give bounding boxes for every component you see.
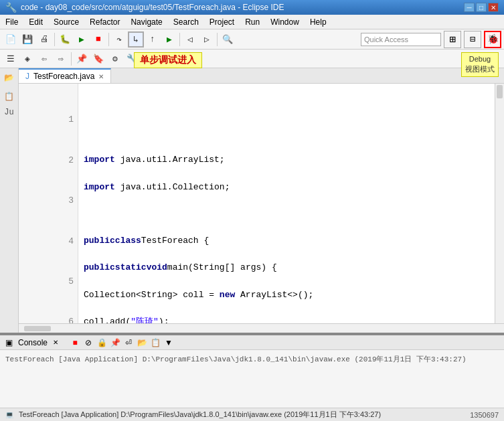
menu-bar: File Edit Source Refactor Navigate Searc… — [0, 15, 504, 29]
back-btn[interactable]: ◁ — [182, 31, 198, 48]
tb2-btn4[interactable]: ⇨ — [53, 51, 69, 67]
console-title: Console — [18, 338, 48, 347]
status-bar: 💻 TestForeach [Java Application] D:\Prog… — [0, 408, 504, 421]
tb2-btn2[interactable]: ◈ — [19, 51, 35, 67]
menu-window[interactable]: Window — [265, 15, 305, 29]
perspective-btn[interactable]: ⊞ — [444, 31, 461, 48]
sidebar-pkg-explorer[interactable]: 📂 — [3, 71, 16, 84]
console-close-icon[interactable]: ✕ — [53, 339, 58, 346]
debug-annotation: Debug视图模式 — [461, 52, 499, 77]
menu-help[interactable]: Help — [305, 15, 332, 29]
console-header: ▣ Console ✕ ■ ⊘ 🔒 📌 ⏎ 📂 📋 ▼ — [0, 335, 504, 350]
console-clear[interactable]: ⊘ — [82, 337, 94, 349]
line-9: coll.add("陈琦"); — [84, 315, 489, 323]
console-app-info: TestForeach [Java Application] D:\Progra… — [5, 354, 499, 364]
editor-tabs: J TestForeach.java ✕ — [19, 68, 504, 84]
console-paste[interactable]: 📋 — [149, 337, 161, 349]
status-icon: 💻 — [5, 411, 13, 418]
vertical-scrollbar[interactable] — [495, 84, 504, 323]
line-5 — [84, 207, 489, 221]
save-button[interactable]: 💾 — [19, 31, 35, 48]
view-menu-btn[interactable]: ⊟ — [464, 31, 481, 48]
console-menu[interactable]: ▼ — [163, 337, 175, 349]
step-return-btn[interactable]: ↑ — [145, 31, 161, 48]
app-icon: 🔧 — [5, 2, 17, 13]
menu-file[interactable]: File — [0, 15, 23, 29]
console-scroll-lock[interactable]: 🔒 — [96, 337, 108, 349]
maximize-button[interactable]: □ — [476, 3, 487, 12]
console-icon: ▣ — [5, 338, 13, 347]
line-7: public static void main(String[] args) { — [84, 261, 489, 274]
menu-project[interactable]: Project — [204, 15, 240, 29]
sep4 — [217, 33, 218, 46]
forward-btn[interactable]: ▷ — [199, 31, 215, 48]
search-btn[interactable]: 🔍 — [220, 31, 236, 48]
tb2-btn6[interactable]: 🔖 — [90, 51, 106, 67]
debug-button[interactable]: 🐛 — [57, 31, 73, 48]
line-8: Collection<String> coll = new ArrayList<… — [84, 288, 489, 302]
menu-navigate[interactable]: Navigate — [125, 15, 167, 29]
console-panel: ▣ Console ✕ ■ ⊘ 🔒 📌 ⏎ 📂 📋 ▼ TestForeach … — [0, 334, 504, 421]
stop-button[interactable]: ■ — [90, 31, 106, 48]
console-word-wrap[interactable]: ⏎ — [122, 337, 135, 349]
line-1 — [84, 100, 489, 113]
sep1 — [54, 33, 55, 46]
sidebar-ju[interactable]: Ju — [3, 106, 16, 119]
tb2-btn3[interactable]: ⇦ — [36, 51, 52, 67]
tab-filename: TestForeach.java — [33, 72, 94, 81]
step-over-btn[interactable]: ↷ — [111, 31, 127, 48]
sep3 — [179, 33, 180, 46]
status-right: 1350697 — [470, 411, 499, 419]
menu-edit[interactable]: Edit — [23, 15, 48, 29]
tb2-btn5[interactable]: 📌 — [74, 51, 90, 67]
print-button[interactable]: 🖨 — [36, 31, 52, 48]
sidebar-outline[interactable]: 📋 — [3, 90, 16, 103]
new-button[interactable]: 📄 — [3, 31, 19, 48]
editor-container[interactable]: 1 2 3 4 5 6 7⊖ 8 9 10 11 12 13 14 ⊙15 16 — [19, 84, 504, 323]
window-title: code - day08_code/src/com/atguigu/test05… — [21, 3, 284, 12]
quick-access-input[interactable]: Quick Access — [361, 33, 441, 46]
tb2-btn1[interactable]: ☰ — [3, 51, 19, 67]
console-content: TestForeach [Java Application] D:\Progra… — [0, 350, 504, 368]
resume-btn[interactable]: ▶ — [161, 31, 177, 48]
status-text: TestForeach [Java Application] D:\Progra… — [19, 410, 381, 420]
left-sidebar: 📂 📋 Ju — [0, 68, 19, 333]
console-open-file[interactable]: 📂 — [136, 337, 148, 349]
console-toolbar: ■ ⊘ 🔒 📌 ⏎ 📂 📋 ▼ — [69, 337, 175, 349]
line-2 — [84, 127, 489, 140]
step-into-btn[interactable]: ↳ — [128, 31, 144, 48]
horizontal-scrollbar[interactable] — [19, 323, 504, 333]
step-annotation: 单步调试进入 — [134, 52, 202, 68]
line-numbers: 1 2 3 4 5 6 7⊖ 8 9 10 11 12 13 14 ⊙15 16 — [19, 84, 78, 323]
close-button[interactable]: ✕ — [488, 3, 499, 12]
menu-run[interactable]: Run — [240, 15, 265, 29]
tab-icon: J — [25, 72, 29, 81]
debug-perspective-btn[interactable]: 🐞 — [484, 31, 501, 48]
scrollbar-thumb[interactable] — [497, 85, 503, 98]
console-pin[interactable]: 📌 — [109, 337, 121, 349]
menu-search[interactable]: Search — [168, 15, 204, 29]
secondary-toolbar: ☰ ◈ ⇦ ⇨ 📌 🔖 ⚙ 🔧 — [0, 50, 504, 68]
code-editor[interactable]: import java.util.ArrayList; import java.… — [78, 84, 495, 323]
editor-tab-testforeach[interactable]: J TestForeach.java ✕ — [19, 68, 111, 83]
line-6: public class TestForeach { — [84, 234, 489, 248]
menu-source[interactable]: Source — [48, 15, 84, 29]
sep2 — [108, 33, 109, 46]
line-4: import java.util.Collection; — [84, 181, 489, 194]
run-button[interactable]: ▶ — [74, 31, 90, 48]
main-toolbar: 📄 💾 🖨 🐛 ▶ ■ ↷ ↳ ↑ ▶ ◁ ▷ 🔍 Quick Access ⊞… — [0, 29, 504, 50]
toolbar-right: Quick Access ⊞ ⊟ 🐞 — [361, 31, 501, 48]
sep5 — [71, 52, 72, 66]
title-bar: 🔧 code - day08_code/src/com/atguigu/test… — [0, 0, 504, 15]
line-3: import java.util.ArrayList; — [84, 153, 489, 167]
menu-refactor[interactable]: Refactor — [84, 15, 125, 29]
tab-close-btn[interactable]: ✕ — [98, 73, 104, 80]
minimize-button[interactable]: ─ — [464, 3, 475, 12]
h-scrollbar-thumb[interactable] — [24, 326, 51, 331]
console-terminate[interactable]: ■ — [69, 337, 81, 349]
tb2-btn7[interactable]: ⚙ — [107, 51, 123, 67]
